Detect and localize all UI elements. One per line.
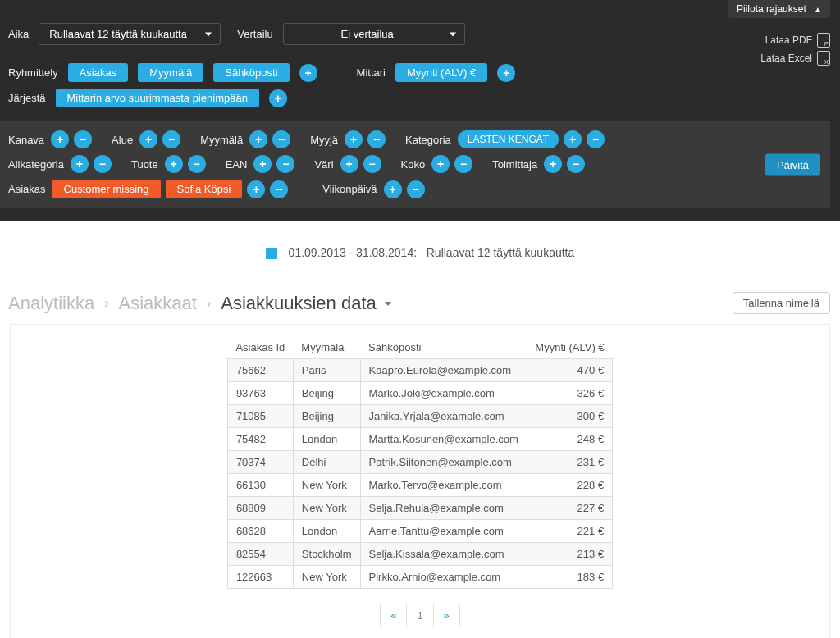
breadcrumb-current[interactable]: Asiakkuuksien data — [221, 293, 391, 314]
add-order-button[interactable] — [269, 89, 287, 107]
cell-sales: 470 € — [527, 359, 612, 382]
update-button[interactable]: Päivitä — [765, 153, 820, 175]
filter-viikonpaiva-label: Viikonpäivä — [322, 183, 377, 195]
date-range-color-icon — [266, 248, 277, 259]
download-excel[interactable]: Lataa Excel — [760, 51, 830, 66]
kategoria-minus[interactable] — [587, 130, 605, 148]
cell-id: 75662 — [227, 359, 293, 382]
add-group-button[interactable] — [299, 64, 317, 82]
myymala-minus[interactable] — [272, 130, 290, 148]
download-pdf[interactable]: Lataa PDF — [760, 33, 830, 48]
cell-id: 93763 — [227, 382, 293, 405]
breadcrumb: Analytiikka › Asiakkaat › Asiakkuuksien … — [8, 293, 391, 314]
table-row: 66130New YorkMarko.Tervo@example.com228 … — [227, 474, 612, 497]
pdf-icon — [817, 33, 830, 48]
cell-store: Delhi — [293, 451, 360, 474]
tuote-plus[interactable] — [165, 155, 183, 173]
cell-id: 82554 — [227, 543, 293, 566]
cell-email: Kaapro.Eurola@example.com — [360, 359, 527, 382]
hide-filters-toggle[interactable]: Piilota rajaukset ▲ — [728, 0, 830, 18]
caret-down-icon — [205, 32, 212, 36]
add-metric-button[interactable] — [497, 64, 515, 82]
group-pill-asiakas[interactable]: Asiakas — [68, 63, 129, 82]
table-row: 70374DelhiPatrik.Siitonen@example.com231… — [227, 451, 612, 474]
filter-myymala-label: Myymälä — [200, 134, 243, 146]
viikonpaiva-minus[interactable] — [407, 180, 425, 198]
myyja-plus[interactable] — [345, 130, 363, 148]
koko-plus[interactable] — [431, 155, 450, 173]
viikonpaiva-plus[interactable] — [384, 180, 402, 198]
cell-sales: 248 € — [527, 428, 612, 451]
filter-asiakas-label: Asiakas — [8, 183, 46, 195]
download-pdf-label: Lataa PDF — [765, 34, 812, 46]
filter-myyja-label: Myyjä — [310, 134, 338, 146]
alue-minus[interactable] — [162, 130, 180, 148]
cell-email: Aarne.Tanttu@example.com — [360, 520, 527, 543]
myymala-plus[interactable] — [249, 130, 267, 148]
vari-minus[interactable] — [363, 155, 381, 173]
toimittaja-minus[interactable] — [567, 155, 585, 173]
breadcrumb-sep: › — [207, 296, 211, 311]
save-as-button[interactable]: Tallenna nimellä — [733, 292, 830, 314]
ean-plus[interactable] — [253, 155, 272, 173]
cell-sales: 213 € — [527, 543, 612, 566]
asiakas-plus[interactable] — [247, 180, 265, 198]
vari-plus[interactable] — [340, 155, 358, 173]
filter-koko-label: Koko — [401, 158, 426, 171]
cell-store: London — [293, 428, 360, 451]
cell-email: Marko.Joki@example.com — [360, 382, 527, 405]
breadcrumb-sep: › — [104, 296, 108, 311]
cell-email: Selja.Kissala@example.com — [360, 543, 527, 566]
breadcrumb-asiakkaat[interactable]: Asiakkaat — [118, 293, 196, 314]
cell-store: Beijing — [293, 382, 360, 405]
breadcrumb-analytiikka[interactable]: Analytiikka — [8, 293, 94, 314]
asiakas-minus[interactable] — [270, 180, 288, 198]
metric-label: Mittari — [357, 66, 386, 79]
table-row: 75482LondonMartta.Kosunen@example.com248… — [227, 428, 612, 451]
compare-label: Vertailu — [237, 28, 272, 40]
koko-minus[interactable] — [454, 155, 472, 173]
group-pill-myymala[interactable]: Myymälä — [138, 63, 203, 82]
tuote-minus[interactable] — [188, 155, 206, 173]
cell-id: 75482 — [227, 428, 293, 451]
cell-store: Stockholm — [293, 543, 360, 566]
date-range-desc: Rullaavat 12 täyttä kuukautta — [427, 246, 575, 259]
time-dropdown[interactable]: Rullaavat 12 täyttä kuukautta — [39, 23, 221, 45]
group-pill-sahkoposti[interactable]: Sähköposti — [213, 63, 289, 82]
alikategoria-plus[interactable] — [71, 155, 89, 173]
metric-pill[interactable]: Myynti (ALV) € — [395, 63, 487, 82]
grouping-label: Ryhmittely — [8, 66, 58, 79]
cell-sales: 221 € — [527, 520, 612, 543]
kategoria-plus[interactable] — [564, 130, 582, 148]
cell-id: 68628 — [227, 520, 293, 543]
kanava-plus[interactable] — [51, 130, 69, 148]
filter-kanava-label: Kanava — [8, 134, 44, 146]
pager-prev[interactable]: « — [380, 604, 406, 627]
asiakas-value-2[interactable]: Sofia Köpsi — [166, 180, 243, 198]
col-sales: Myynti (ALV) € — [527, 336, 612, 359]
filter-alue-label: Alue — [112, 134, 133, 146]
compare-dropdown[interactable]: Ei vertailua — [283, 23, 465, 45]
col-id: Asiakas Id — [227, 336, 293, 359]
ean-minus[interactable] — [276, 155, 294, 173]
order-pill[interactable]: Mittarin arvo suurimmasta pienimpään — [56, 89, 259, 107]
pager: « 1 » — [19, 604, 821, 627]
cell-store: New York — [293, 566, 360, 589]
alikategoria-minus[interactable] — [94, 155, 112, 173]
asiakas-value-1[interactable]: Customer missing — [52, 180, 161, 198]
toimittaja-plus[interactable] — [544, 155, 562, 173]
cell-email: Marko.Tervo@example.com — [360, 474, 527, 497]
alue-plus[interactable] — [139, 130, 158, 148]
caret-down-icon — [385, 302, 391, 306]
myyja-minus[interactable] — [368, 130, 386, 148]
table-row: 68809New YorkSelja.Rehula@example.com227… — [227, 497, 612, 520]
order-label: Järjestä — [8, 92, 46, 104]
table-row: 93763BeijingMarko.Joki@example.com326 € — [227, 382, 612, 405]
kanava-minus[interactable] — [74, 130, 92, 148]
pager-next[interactable]: » — [433, 604, 460, 627]
kategoria-value-pill[interactable]: LASTEN KENGÄT — [458, 130, 559, 148]
filter-tuote-label: Tuote — [131, 158, 158, 171]
col-email: Sähköposti — [360, 336, 527, 359]
cell-sales: 183 € — [527, 566, 612, 589]
pager-current[interactable]: 1 — [406, 604, 432, 627]
